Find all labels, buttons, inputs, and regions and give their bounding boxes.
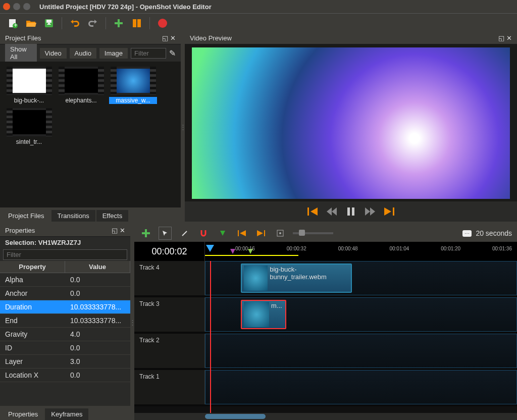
add-track-button[interactable]: [139, 227, 152, 240]
track-body[interactable]: m...: [205, 297, 517, 332]
timeline-tracks[interactable]: Track 4big-buck-bunny_trailer.webmTrack …: [134, 261, 517, 413]
property-value[interactable]: 10.033333778...: [65, 314, 130, 327]
play-pause-button[interactable]: [345, 205, 357, 218]
timeline-track[interactable]: Track 2: [134, 334, 517, 370]
audio-tab[interactable]: Audio: [70, 48, 96, 59]
clear-filter-icon[interactable]: ✎: [169, 48, 176, 58]
timeline-track[interactable]: Track 3m...: [134, 297, 517, 334]
export-button[interactable]: [156, 17, 169, 30]
properties-tab[interactable]: Properties: [2, 408, 44, 420]
timeline-track[interactable]: Track 4big-buck-bunny_trailer.webm: [134, 261, 517, 297]
project-files-panel: Project Files ◱✕ Show All Video Audio Im…: [0, 32, 181, 222]
property-row[interactable]: Layer3.0: [0, 355, 130, 369]
zoom-slider[interactable]: [293, 232, 333, 234]
svg-point-9: [158, 19, 167, 28]
open-project-button[interactable]: [24, 17, 37, 30]
vertical-splitter-2[interactable]: [130, 225, 134, 420]
jump-start-button[interactable]: [306, 205, 319, 218]
pointer-tool-button[interactable]: [159, 227, 172, 240]
track-body[interactable]: [205, 334, 517, 368]
property-value[interactable]: 0.0: [65, 287, 130, 300]
file-thumbnail: [7, 67, 52, 95]
close-panel-icon[interactable]: ✕: [120, 227, 125, 234]
close-panel-icon[interactable]: ✕: [506, 34, 512, 42]
detach-icon[interactable]: ◱: [498, 34, 504, 42]
detach-icon[interactable]: ◱: [162, 34, 168, 42]
property-row[interactable]: Gravity4.0: [0, 328, 130, 341]
property-row[interactable]: Alpha0.0: [0, 273, 130, 287]
timeline-clip[interactable]: big-buck-bunny_trailer.webm: [241, 264, 352, 293]
project-filter-input[interactable]: [131, 48, 166, 59]
razor-tool-button[interactable]: [178, 227, 191, 240]
track-header[interactable]: Track 4: [134, 261, 205, 295]
project-file-item[interactable]: big-buck-...: [5, 67, 53, 104]
track-header[interactable]: Track 2: [134, 334, 205, 368]
keyframes-tab[interactable]: Keyframes: [45, 408, 88, 420]
value-column-header[interactable]: Value: [65, 261, 130, 273]
properties-filter-input[interactable]: [3, 249, 127, 260]
effects-tab[interactable]: Effects: [96, 210, 129, 222]
ruler-tick: 00:00:16: [235, 246, 255, 252]
timeline-ruler[interactable]: 00:00:1600:00:3200:00:4800:01:0400:01:20…: [205, 242, 517, 261]
profile-button[interactable]: [130, 17, 143, 30]
zoom-badge-icon: ⋯: [462, 230, 472, 237]
property-name: Layer: [0, 355, 65, 368]
redo-button[interactable]: [86, 17, 99, 30]
close-panel-icon[interactable]: ✕: [170, 34, 176, 42]
image-tab[interactable]: Image: [99, 48, 128, 59]
timeline-toolbar: ⋯ 20 seconds: [134, 225, 517, 242]
property-value[interactable]: 0.0: [65, 273, 130, 286]
window-close-button[interactable]: [3, 3, 10, 10]
rewind-button[interactable]: [326, 205, 338, 218]
timeline-scrollbar[interactable]: [134, 413, 517, 420]
add-marker-button[interactable]: [216, 227, 229, 240]
import-files-button[interactable]: [112, 17, 125, 30]
track-body[interactable]: big-buck-bunny_trailer.webm: [205, 261, 517, 295]
track-header[interactable]: Track 3: [134, 297, 205, 332]
undo-button[interactable]: [68, 17, 81, 30]
property-value[interactable]: 4.0: [65, 328, 130, 341]
snapping-button[interactable]: [197, 227, 210, 240]
property-row[interactable]: Duration10.033333778...: [0, 300, 130, 314]
detach-icon[interactable]: ◱: [112, 227, 118, 234]
svg-rect-7: [133, 19, 136, 27]
window-minimize-button[interactable]: [13, 3, 20, 10]
property-name: Gravity: [0, 328, 65, 341]
next-marker-button[interactable]: [254, 227, 268, 240]
property-value[interactable]: 10.033333778...: [65, 300, 130, 313]
save-project-button[interactable]: [42, 17, 56, 30]
property-row[interactable]: ID0.0: [0, 341, 130, 355]
playhead-line[interactable]: [210, 261, 211, 413]
property-value[interactable]: 0.0: [65, 341, 130, 354]
property-value[interactable]: 0.0: [65, 369, 130, 382]
window-title: Untitled Project [HDV 720 24p] - OpenSho…: [39, 3, 212, 11]
project-file-item[interactable]: sintel_tr...: [5, 108, 53, 145]
video-preview-panel: Video Preview ◱✕: [185, 32, 517, 222]
jump-end-button[interactable]: [383, 205, 395, 218]
new-project-button[interactable]: +: [6, 17, 19, 30]
center-playhead-button[interactable]: [274, 227, 287, 240]
track-body[interactable]: [205, 370, 517, 404]
project-files-tab[interactable]: Project Files: [2, 210, 50, 222]
track-header[interactable]: Track 1: [134, 370, 205, 404]
project-file-item[interactable]: elephants...: [57, 67, 105, 104]
project-files-list[interactable]: big-buck-...elephants...massive_w...sint…: [0, 62, 181, 207]
property-column-header[interactable]: Property: [0, 261, 65, 273]
vertical-splitter[interactable]: [181, 32, 185, 222]
property-row[interactable]: End10.033333778...: [0, 314, 130, 328]
file-label: sintel_tr...: [5, 138, 53, 145]
timeline-clip[interactable]: m...: [241, 300, 286, 329]
video-tab[interactable]: Video: [40, 48, 67, 59]
transitions-tab[interactable]: Transitions: [51, 210, 95, 222]
svg-rect-8: [137, 19, 141, 27]
property-row[interactable]: Location X0.0: [0, 369, 130, 382]
show-all-tab[interactable]: Show All: [5, 44, 37, 62]
fast-forward-button[interactable]: [364, 205, 376, 218]
timeline-track[interactable]: Track 1: [134, 370, 517, 406]
window-maximize-button[interactable]: [23, 3, 30, 10]
property-row[interactable]: Anchor0.0: [0, 287, 130, 300]
prev-marker-button[interactable]: [235, 227, 248, 240]
timeline-panel: ⋯ 20 seconds 00:00:02 00:00:1600:00:3200…: [134, 225, 517, 420]
property-value[interactable]: 3.0: [65, 355, 130, 368]
project-file-item[interactable]: massive_w...: [109, 67, 157, 104]
